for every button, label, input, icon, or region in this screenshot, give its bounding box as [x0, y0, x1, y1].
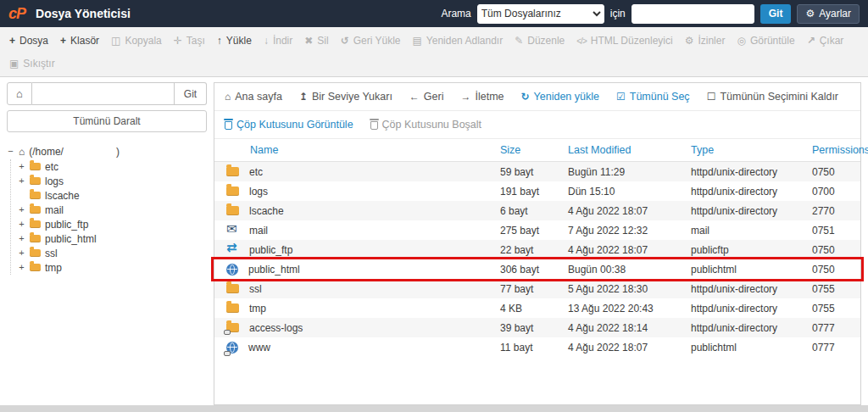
- expand-icon[interactable]: [18, 176, 25, 186]
- gear-icon: [805, 8, 815, 19]
- file-row-etc[interactable]: etc 59 bayt Bugün 11:29 httpd/unix-direc…: [214, 162, 860, 181]
- toolbar-button-copy[interactable]: Kopyala: [105, 35, 168, 47]
- select-all-icon: [616, 92, 626, 102]
- edit-icon: [515, 36, 523, 46]
- file-type: publichtml: [691, 342, 812, 354]
- folder-icon: [226, 167, 239, 176]
- nav-forward[interactable]: İletme: [460, 91, 504, 103]
- file-row-lscache[interactable]: lscache 6 bayt 4 Ağu 2022 18:07 httpd/un…: [214, 201, 860, 220]
- toolbar-button-extract[interactable]: Çıkar: [801, 35, 850, 47]
- nav-reload[interactable]: Yeniden yükle: [521, 91, 599, 103]
- folder-icon: [226, 284, 239, 293]
- toolbar-button-html-editor[interactable]: HTML Düzenleyici: [570, 35, 678, 47]
- file-modified: 4 Ağu 2022 18:14: [568, 322, 691, 334]
- toolbar-button-permissions[interactable]: İzinler: [679, 35, 732, 47]
- file-permissions: 0751: [812, 225, 860, 237]
- toolbar-row-2: Sıkıştır: [3, 52, 865, 75]
- file-row-access-logs[interactable]: access-logs 39 bayt 4 Ağu 2022 18:14 htt…: [214, 318, 860, 337]
- toolbar-button-upload[interactable]: Yükle: [211, 35, 258, 47]
- tree-root-label-suffix: ): [116, 146, 120, 158]
- toolbar-button-move[interactable]: Taşı: [168, 35, 211, 47]
- file-name: logs: [249, 186, 268, 198]
- settings-button[interactable]: Ayarlar: [797, 4, 860, 24]
- globe-icon: [226, 264, 238, 276]
- nav-empty-trash[interactable]: Çöp Kutusunu Boşalt: [370, 119, 481, 131]
- path-input[interactable]: [32, 82, 175, 105]
- path-go-button[interactable]: Git: [175, 82, 207, 105]
- file-size: 306 bayt: [500, 264, 568, 276]
- file-modified: 5 Ağu 2022 18:30: [568, 283, 691, 295]
- folder-icon: [30, 177, 41, 185]
- search-input[interactable]: [632, 4, 754, 24]
- expand-icon[interactable]: [18, 162, 25, 171]
- nav-back[interactable]: Geri: [409, 91, 444, 103]
- collapse-all-button[interactable]: Tümünü Daralt: [7, 110, 207, 132]
- expand-icon[interactable]: [18, 263, 25, 272]
- tree-item-logs[interactable]: logs: [18, 174, 207, 188]
- file-modified: Bugün 11:29: [568, 166, 691, 178]
- file-size: 22 bayt: [500, 244, 568, 256]
- toolbar-button-view[interactable]: Görüntüle: [731, 35, 800, 47]
- tree-root-home[interactable]: (/home/): [7, 144, 207, 159]
- nav-deselect-all[interactable]: Tümünün Seçimini Kaldır: [707, 91, 838, 103]
- expand-icon[interactable]: [18, 234, 25, 243]
- nav-view-trash[interactable]: Çöp Kutusunu Görüntüle: [225, 119, 353, 131]
- file-name: public_html: [248, 264, 300, 276]
- nav-up-one-level[interactable]: Bir Seviye Yukarı: [299, 91, 392, 103]
- column-header-type[interactable]: Type: [691, 144, 812, 156]
- file-type: httpd/unix-directory: [691, 322, 812, 334]
- nav-home[interactable]: Ana sayfa: [225, 91, 282, 103]
- toolbar-button-new-file[interactable]: Dosya: [3, 35, 54, 47]
- folder-icon: [30, 249, 41, 257]
- tree-item-etc[interactable]: etc: [18, 159, 207, 174]
- file-row-tmp[interactable]: tmp 4 KB 13 Ağu 2022 20:43 httpd/unix-di…: [214, 298, 860, 318]
- tree-item-public_ftp[interactable]: public_ftp: [18, 217, 207, 231]
- search-for-label: için: [610, 8, 626, 19]
- file-row-logs[interactable]: logs 191 bayt Dün 15:10 httpd/unix-direc…: [214, 181, 860, 201]
- file-modified: 4 Ağu 2022 18:07: [568, 342, 691, 354]
- permissions-icon: [685, 36, 694, 46]
- tree-item-lscache[interactable]: lscache: [18, 188, 207, 203]
- column-header-modified[interactable]: Last Modified: [568, 144, 691, 156]
- file-type: httpd/unix-directory: [691, 186, 812, 198]
- file-row-public_ftp[interactable]: public_ftp 22 bayt 4 Ağu 2022 18:07 publ…: [214, 240, 860, 259]
- link-badge: [224, 330, 231, 335]
- folder-icon: [30, 235, 41, 242]
- nav-select-all[interactable]: Tümünü Seç: [616, 91, 690, 103]
- expand-icon[interactable]: [18, 248, 25, 258]
- home-button[interactable]: [7, 82, 32, 105]
- toolbar-button-new-folder[interactable]: Klasör: [54, 35, 105, 47]
- toolbar-button-rename[interactable]: Yeniden Adlandır: [407, 35, 509, 47]
- file-permissions: 2770: [812, 205, 860, 217]
- folder-link-icon: [226, 323, 239, 332]
- toolbar-button-edit[interactable]: Düzenle: [509, 35, 570, 47]
- trash-icon: [225, 121, 232, 130]
- file-row-www[interactable]: www 11 bayt 4 Ağu 2022 18:07 publichtml …: [214, 337, 860, 357]
- deselect-all-icon: [707, 92, 716, 102]
- tree-item-mail[interactable]: mail: [18, 203, 207, 217]
- file-permissions: 0755: [812, 283, 860, 295]
- search-go-button[interactable]: Git: [760, 4, 792, 24]
- collapse-icon[interactable]: [7, 147, 14, 156]
- toolbar-button-compress[interactable]: Sıkıştır: [3, 58, 61, 70]
- column-header-permissions[interactable]: Permissions: [812, 144, 868, 156]
- tree-item-tmp[interactable]: tmp: [18, 260, 207, 275]
- directory-tree: (/home/) etc logs lscache mail public_ft…: [7, 144, 207, 275]
- tree-item-public_html[interactable]: public_html: [18, 231, 207, 246]
- link-badge: [224, 351, 231, 356]
- mail-icon: [226, 225, 239, 235]
- column-header-name[interactable]: Name: [214, 144, 500, 156]
- toolbar-button-delete[interactable]: Sil: [298, 35, 334, 47]
- search-scope-select[interactable]: Tüm Dosyalarınız: [477, 4, 604, 24]
- tree-item-ssl[interactable]: ssl: [18, 246, 207, 260]
- settings-label: Ayarlar: [819, 8, 851, 19]
- file-row-ssl[interactable]: ssl 77 bayt 5 Ağu 2022 18:30 httpd/unix-…: [214, 279, 860, 298]
- html-icon: [576, 36, 586, 46]
- file-row-public_html[interactable]: public_html 306 bayt Bugün 00:38 publich…: [214, 259, 860, 279]
- file-row-mail[interactable]: mail 275 bayt 7 Ağu 2022 12:32 mail 0751: [214, 220, 860, 240]
- toolbar-button-download[interactable]: İndir: [258, 35, 298, 47]
- expand-icon[interactable]: [18, 220, 25, 229]
- expand-icon[interactable]: [18, 205, 25, 214]
- toolbar-button-restore[interactable]: Geri Yükle: [335, 35, 407, 47]
- column-header-size[interactable]: Size: [500, 144, 568, 156]
